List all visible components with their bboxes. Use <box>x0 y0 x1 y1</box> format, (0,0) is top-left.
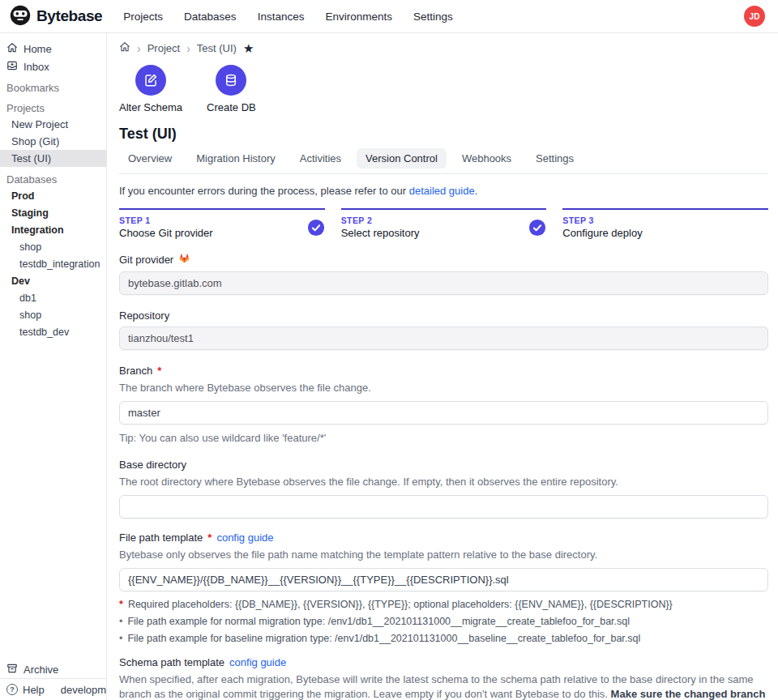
detailed-guide-link[interactable]: detailed guide <box>409 185 475 197</box>
file-path-config-guide-link[interactable]: config guide <box>216 531 273 544</box>
bookmark-star-icon[interactable]: ★ <box>243 42 254 54</box>
sidebar-item-archive[interactable]: Archive <box>0 660 106 678</box>
database-icon <box>216 65 246 96</box>
breadcrumb-project[interactable]: Project <box>147 42 180 54</box>
sidebar-db-shop-integration[interactable]: shop <box>0 238 106 255</box>
sidebar-item-label: Inbox <box>24 61 49 73</box>
tab-version-control[interactable]: Version Control <box>357 148 447 169</box>
repository-field: Repository <box>119 309 768 350</box>
sidebar-db-shop-dev[interactable]: shop <box>0 306 106 323</box>
sidebar-item-inbox[interactable]: Inbox <box>0 58 106 75</box>
archive-icon <box>6 663 18 677</box>
nav-settings[interactable]: Settings <box>413 11 453 23</box>
base-directory-label: Base directory <box>119 459 186 471</box>
breadcrumb: › Project › Test (UI) ★ <box>119 41 768 55</box>
tab-webhooks[interactable]: Webhooks <box>453 148 520 169</box>
tab-migration-history[interactable]: Migration History <box>187 148 284 169</box>
step-3: STEP 3 Configure deploy <box>562 208 768 239</box>
base-directory-helper: The root directory where Bytebase observ… <box>119 475 768 490</box>
main-panel: › Project › Test (UI) ★ Alter Schema <box>107 33 778 700</box>
sidebar-footer: ? Help development <box>0 678 106 700</box>
nav-environments[interactable]: Environments <box>325 11 392 23</box>
step-2-check-icon <box>528 219 546 237</box>
schema-path-template-helper: When specified, after each migration, By… <box>119 672 768 700</box>
file-path-template-input[interactable] <box>119 568 768 591</box>
sidebar-item-label: Archive <box>24 664 58 676</box>
branch-field: Branch* The branch where Bytebase observ… <box>119 365 768 444</box>
breadcrumb-separator: › <box>137 42 141 55</box>
nav-databases[interactable]: Databases <box>184 11 237 23</box>
sidebar-item-label: Home <box>24 43 52 55</box>
file-path-template-label: File path template <box>119 531 203 544</box>
sidebar-env-dev[interactable]: Dev <box>0 272 106 289</box>
create-db-button[interactable]: Create DB <box>207 65 256 113</box>
base-directory-input[interactable] <box>119 495 768 519</box>
step-progress: STEP 1 Choose Git provider STEP 2 Select… <box>119 208 768 239</box>
step-name: Choose Git provider <box>119 227 213 239</box>
sidebar-item-new-project[interactable]: New Project <box>0 116 106 133</box>
help-icon: ? <box>6 684 18 695</box>
breadcrumb-separator: › <box>186 42 190 55</box>
version-control-panel: If you encounter errors during the proce… <box>119 174 768 700</box>
step-name: Select repository <box>341 227 420 239</box>
tab-settings[interactable]: Settings <box>527 148 583 169</box>
file-path-template-field: File path template* config guide Bytebas… <box>119 531 768 644</box>
branch-helper: The branch where Bytebase observes the f… <box>119 381 768 396</box>
step-2: STEP 2 Select repository <box>341 208 547 239</box>
note-text: File path example for baseline migration… <box>127 633 640 644</box>
sidebar-section-projects: Projects <box>0 100 106 116</box>
breadcrumb-home-icon[interactable] <box>119 41 130 55</box>
step-1-check-icon <box>307 219 325 237</box>
file-path-template-helper: Bytebase only observes the file path nam… <box>119 548 768 563</box>
step-label: STEP 1 <box>119 216 213 225</box>
sidebar-item-test-ui[interactable]: Test (UI) <box>0 150 106 167</box>
sidebar-db-db1[interactable]: db1 <box>0 289 106 306</box>
sidebar-section-bookmarks: Bookmarks <box>0 79 106 96</box>
help-button[interactable]: ? Help <box>6 681 45 698</box>
required-asterisk: * <box>207 531 212 544</box>
git-provider-label: Git provider <box>119 254 173 266</box>
quick-action-label: Alter Schema <box>119 101 182 113</box>
step-label: STEP 2 <box>341 216 420 225</box>
breadcrumb-current[interactable]: Test (UI) <box>197 42 237 54</box>
avatar[interactable]: JD <box>744 6 765 27</box>
branch-input[interactable] <box>119 401 768 425</box>
release-channel-label: development <box>61 684 107 696</box>
sidebar-item-shop-git[interactable]: Shop (Git) <box>0 133 106 150</box>
tab-bar: Overview Migration History Activities Ve… <box>119 148 768 174</box>
help-label: Help <box>23 684 45 696</box>
nav-projects[interactable]: Projects <box>123 11 163 23</box>
tab-overview[interactable]: Overview <box>119 148 181 169</box>
sidebar-db-testdb-integration[interactable]: testdb_integration <box>0 255 106 272</box>
note-text: File path example for normal migration t… <box>127 616 630 627</box>
sidebar-db-testdb-dev[interactable]: testdb_dev <box>0 323 106 340</box>
sidebar-item-home[interactable]: Home <box>0 40 106 58</box>
schema-path-template-field: Schema path template config guide When s… <box>119 656 768 700</box>
sidebar: Home Inbox Bookmarks Projects New Projec… <box>0 33 107 700</box>
schema-path-config-guide-link[interactable]: config guide <box>229 656 286 668</box>
alter-schema-button[interactable]: Alter Schema <box>119 65 182 113</box>
gitlab-icon <box>178 252 190 267</box>
top-nav: Projects Databases Instances Environment… <box>123 11 452 23</box>
repository-label: Repository <box>119 309 169 322</box>
required-asterisk: * <box>157 365 161 377</box>
schema-path-template-label: Schema path template <box>119 656 224 668</box>
sidebar-section-databases: Databases <box>0 171 106 187</box>
bytebase-logo-icon <box>10 5 31 28</box>
repository-input <box>119 327 768 350</box>
app: Bytebase Projects Databases Instances En… <box>0 0 778 700</box>
sidebar-env-integration[interactable]: Integration <box>0 221 106 238</box>
tab-activities[interactable]: Activities <box>291 148 350 169</box>
edit-square-icon <box>135 65 166 96</box>
page-title: Test (UI) <box>119 126 768 143</box>
brand-name: Bytebase <box>36 7 102 25</box>
home-icon <box>6 42 18 56</box>
nav-instances[interactable]: Instances <box>258 11 305 23</box>
bytebase-logo[interactable]: Bytebase <box>10 5 102 28</box>
branch-label: Branch <box>119 365 152 377</box>
git-provider-field: Git provider <box>119 252 768 295</box>
sidebar-env-prod[interactable]: Prod <box>0 187 106 204</box>
top-header: Bytebase Projects Databases Instances En… <box>0 0 778 33</box>
sidebar-env-staging[interactable]: Staging <box>0 204 106 221</box>
git-provider-input <box>119 271 768 295</box>
